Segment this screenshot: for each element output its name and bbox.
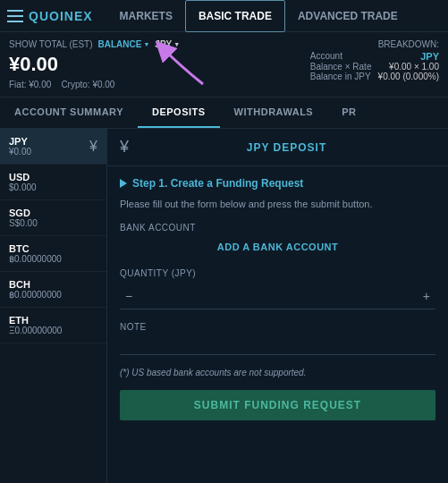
sidebar-jpy-name: JPY [9,136,31,147]
sidebar-btc-name: BTC [9,243,62,254]
step-description: Please fill out the form below and press… [120,197,435,212]
breakdown-jpy-row: Balance in JPY ¥0.00 (0.000%) [310,72,439,81]
sidebar-jpy-symbol: ¥ [89,139,97,155]
sidebar-usd-amount: $0.000 [9,182,37,192]
breakdown-account-currency: JPY [420,51,439,62]
nav-advanced-trade[interactable]: ADVANCED TRADE [285,0,410,32]
show-total-row: SHOW TOTAL (EST) BALANCE JPY [9,39,180,49]
breakdown-jpy-label: Balance in JPY [310,72,371,81]
show-total-label: SHOW TOTAL (EST) [9,39,93,49]
main-content: JPY ¥0.00 ¥ USD $0.000 SGD S$0.00 BT [0,129,448,483]
sidebar-item-jpy[interactable]: JPY ¥0.00 ¥ [0,129,106,165]
deposit-area: ¥ JPY DEPOSIT Step 1. Create a Funding R… [107,129,448,483]
sidebar-item-bch[interactable]: BCH ฿0.00000000 [0,272,106,308]
top-nav: QUOINEX MARKETS BASIC TRADE ADVANCED TRA… [0,0,448,32]
sidebar-usd-name: USD [9,172,37,182]
sidebar-item-usd[interactable]: USD $0.000 [0,165,106,200]
note-label: NOTE [120,322,435,332]
sidebar-sgd-name: SGD [9,208,38,218]
jpy-currency-icon: ¥ [120,138,129,157]
hamburger-icon[interactable] [7,10,23,22]
breakdown-jpy-value: ¥0.00 (0.000%) [378,72,439,81]
submit-funding-button[interactable]: SUBMIT FUNDING REQUEST [120,390,435,420]
sidebar-usd-left: USD $0.000 [9,172,37,192]
logo: QUOINEX [7,9,93,23]
note-input[interactable] [120,337,435,355]
sidebar: JPY ¥0.00 ¥ USD $0.000 SGD S$0.00 BT [0,129,107,483]
sidebar-item-sgd[interactable]: SGD S$0.00 [0,200,106,236]
crypto-amount: ¥0.00 [92,80,114,89]
tab-deposits[interactable]: DEPOSITS [138,97,220,128]
header-left: SHOW TOTAL (EST) BALANCE JPY ¥0.00 Fiat:… [9,39,180,89]
sidebar-item-btc[interactable]: BTC ฿0.00000000 [0,236,106,272]
sidebar-jpy-amount: ¥0.00 [9,147,31,157]
crypto-label: Crypto: [61,80,89,89]
quantity-plus-button[interactable]: + [418,287,435,305]
fiat-label: Fiat: [9,80,26,89]
breakdown-title: BREAKDOWN: [310,39,439,49]
nav-markets[interactable]: MARKETS [107,0,185,32]
sidebar-item-eth[interactable]: ETH Ξ0.00000000 [0,308,106,343]
sidebar-btc-amount: ฿0.00000000 [9,254,62,264]
deposit-title: JPY DEPOSIT [138,141,435,154]
sidebar-bch-amount: ฿0.00000000 [9,290,62,300]
sidebar-btc-left: BTC ฿0.00000000 [9,243,62,264]
fiat-crypto-row: Fiat: ¥0.00 Crypto: ¥0.00 [9,80,180,89]
deposit-header: ¥ JPY DEPOSIT [107,129,448,166]
deposit-body: Step 1. Create a Funding Request Please … [107,166,448,431]
header-bar: SHOW TOTAL (EST) BALANCE JPY ¥0.00 Fiat:… [0,32,448,97]
tab-pr[interactable]: PR [327,97,370,128]
quantity-label: QUANTITY (JPY) [120,268,435,278]
tabs-bar: ACCOUNT SUMMARY DEPOSITS WITHDRAWALS PR [0,97,448,129]
sidebar-bch-name: BCH [9,279,62,290]
nav-basic-trade[interactable]: BASIC TRADE [185,0,285,32]
tab-withdrawals[interactable]: WITHDRAWALS [220,97,328,128]
add-bank-button[interactable]: ADD A BANK ACCOUNT [120,238,435,256]
sidebar-eth-amount: Ξ0.00000000 [9,326,62,335]
breakdown-rate-label: Balance × Rate [310,62,372,72]
quantity-minus-button[interactable]: − [120,287,138,305]
breakdown-account-row: Account JPY [310,51,439,62]
breakdown-rate-value: ¥0.00 × 1.00 [389,62,439,72]
sidebar-jpy-left: JPY ¥0.00 [9,136,31,157]
fiat-amount: ¥0.00 [29,80,51,89]
tab-account-summary[interactable]: ACCOUNT SUMMARY [0,97,138,128]
breakdown-account-label: Account [310,51,342,62]
sidebar-sgd-left: SGD S$0.00 [9,208,38,228]
sidebar-eth-name: ETH [9,315,62,326]
sidebar-sgd-amount: S$0.00 [9,218,38,228]
balance-amount: ¥0.00 [9,53,180,76]
currency-select[interactable]: JPY [155,39,180,49]
breakdown-rate-row: Balance × Rate ¥0.00 × 1.00 [310,62,439,72]
balance-select[interactable]: BALANCE [98,39,150,49]
note-section: NOTE [120,322,435,355]
nav-links: MARKETS BASIC TRADE ADVANCED TRADE [107,0,410,32]
sidebar-bch-left: BCH ฿0.00000000 [9,279,62,300]
step-heading: Step 1. Create a Funding Request [120,177,435,190]
logo-text: QUOINEX [29,9,93,23]
quantity-row: − + [120,284,435,309]
disclaimer-text: (*) US based bank accounts are not suppo… [120,368,435,377]
step-triangle-icon [120,179,127,188]
breakdown-section: BREAKDOWN: Account JPY Balance × Rate ¥0… [310,39,439,81]
bank-account-label: BANK ACCOUNT [120,223,435,233]
step-label: Step 1. Create a Funding Request [132,177,303,190]
sidebar-eth-left: ETH Ξ0.00000000 [9,315,62,335]
